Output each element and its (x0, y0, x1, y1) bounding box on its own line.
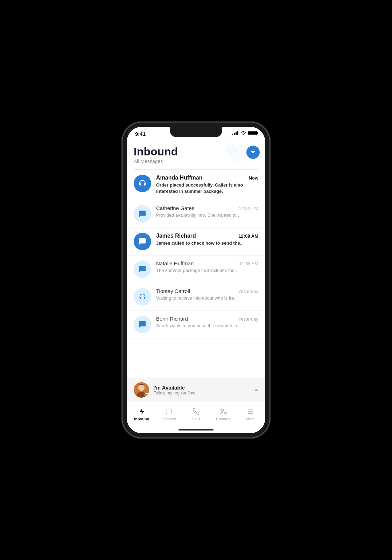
message-sender: Tiontay Carroll (156, 288, 190, 294)
status-description: Follow my regular flow (153, 391, 254, 396)
phone-frame: 9:41 (122, 122, 270, 438)
wifi-icon (240, 131, 246, 135)
list-item[interactable]: Amanda Huffman Now Order placed successf… (127, 170, 265, 200)
nav-label-inbound: Inbound (134, 417, 149, 421)
list-item[interactable]: Catherine Gates 12:52 PM Provided availa… (127, 200, 265, 228)
status-name: I'm Available (153, 385, 254, 391)
avatar (134, 316, 151, 333)
avatar (134, 260, 151, 278)
message-preview: The summer package that includes the.. (156, 267, 258, 274)
avatar (134, 288, 151, 306)
header: Inbound All Messages (127, 142, 265, 169)
message-time: 12:52 PM (239, 206, 258, 211)
status-time: 9:41 (135, 131, 146, 137)
message-content: Catherine Gates 12:52 PM Provided availa… (156, 205, 258, 218)
chat-icon (164, 407, 173, 416)
online-indicator (145, 393, 149, 397)
avatar (134, 205, 151, 223)
nav-label-updates: Updates (216, 417, 230, 421)
message-content: James Richard 12:08 AM James called to c… (156, 233, 258, 246)
message-sender: Natalie Huffman (156, 260, 194, 266)
message-preview: Provided availability info. She wanted t… (156, 212, 258, 218)
battery-icon (248, 131, 257, 135)
nav-item-calls[interactable]: Calls (182, 407, 210, 421)
home-indicator (127, 426, 265, 433)
status-info: I'm Available Follow my regular flow (153, 385, 254, 396)
svg-point-9 (138, 385, 145, 391)
message-sender: Benn Richard (156, 316, 188, 322)
signal-bars-icon (232, 131, 238, 135)
message-time: 12:08 AM (238, 233, 258, 239)
message-preview: Waiting to recieve info about who is fre… (156, 295, 258, 301)
message-content: Amanda Huffman Now Order placed successf… (156, 175, 258, 195)
chevron-up-icon[interactable] (254, 389, 258, 391)
header-bg-pattern (223, 142, 265, 170)
message-preview: James called to check how to send the.. (156, 240, 258, 246)
home-bar (178, 429, 214, 430)
list-item[interactable]: Tiontay Carroll Yesterday Waiting to rec… (127, 283, 265, 311)
notch (170, 127, 222, 137)
message-content: Tiontay Carroll Yesterday Waiting to rec… (156, 288, 258, 301)
nav-item-inbound[interactable]: Inbound (128, 407, 155, 421)
message-time: Yesterday (238, 316, 258, 322)
message-content: Benn Richard Yesterday Sarah wants to pu… (156, 316, 258, 329)
user-status-panel[interactable]: I'm Available Follow my regular flow (127, 378, 265, 402)
message-preview: Sarah wants to purchase the new versio.. (156, 323, 258, 329)
list-item[interactable]: Benn Richard Yesterday Sarah wants to pu… (127, 311, 265, 338)
message-preview: Order placed successfully. Caller is als… (156, 182, 258, 195)
message-time: Now (249, 175, 258, 181)
list-item[interactable]: Natalie Huffman 11:38 AM The summer pack… (127, 255, 265, 283)
nav-label-connect: Connect (162, 417, 176, 421)
message-sender: James Richard (156, 233, 196, 239)
message-content: Natalie Huffman 11:38 AM The summer pack… (156, 260, 258, 274)
status-icons (232, 131, 257, 135)
phone-icon (192, 407, 200, 416)
message-time: 11:38 AM (239, 261, 258, 266)
phone-screen: 9:41 (127, 127, 265, 433)
chevron-down-icon (251, 151, 255, 154)
dropdown-button[interactable] (246, 146, 260, 159)
message-list[interactable]: Amanda Huffman Now Order placed successf… (127, 170, 265, 378)
nav-label-more: More (246, 417, 255, 421)
nav-label-calls: Calls (192, 417, 200, 421)
list-item[interactable]: James Richard 12:08 AM James called to c… (127, 228, 265, 255)
avatar (134, 175, 151, 192)
message-time: Yesterday (238, 289, 258, 294)
menu-icon (246, 407, 254, 416)
nav-item-updates[interactable]: Updates (210, 407, 237, 421)
nav-item-connect[interactable]: Connect (155, 407, 183, 421)
message-sender: Amanda Huffman (156, 175, 202, 181)
nav-item-more[interactable]: More (237, 407, 264, 421)
bottom-nav: Inbound Connect (127, 402, 265, 426)
person-clock-icon (219, 407, 227, 416)
bolt-icon (138, 407, 146, 416)
app-content: Inbound All Messages (127, 142, 265, 433)
svg-point-10 (221, 409, 224, 412)
message-sender: Catherine Gates (156, 205, 194, 211)
user-avatar (134, 382, 149, 398)
avatar (134, 233, 151, 250)
